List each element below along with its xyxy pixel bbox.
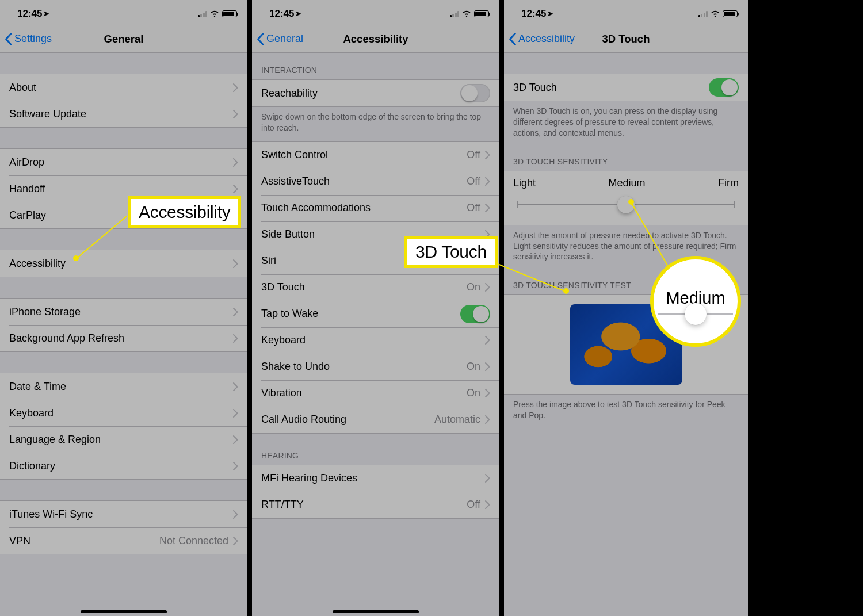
row-label: About xyxy=(9,82,233,94)
section-header-interaction: INTERACTION xyxy=(252,53,499,79)
row-label: Dictionary xyxy=(9,460,233,472)
row-detail: Off xyxy=(467,499,480,511)
row-vpn[interactable]: VPNNot Connected xyxy=(0,527,247,554)
row-reachability[interactable]: Reachability xyxy=(252,80,499,106)
row-label: Touch Accommodations xyxy=(261,202,467,214)
chevron-right-icon xyxy=(233,110,238,118)
chevron-right-icon xyxy=(233,382,238,391)
section-header-hearing: HEARING xyxy=(252,434,499,465)
row-tap-to-wake[interactable]: Tap to Wake xyxy=(252,301,499,327)
row-shake-to-undo[interactable]: Shake to UndoOn xyxy=(252,354,499,380)
wifi-icon xyxy=(711,8,720,20)
slider-label-firm: Firm xyxy=(718,177,739,189)
row-label: MFi Hearing Devices xyxy=(261,472,485,484)
row-label: RTT/TTY xyxy=(261,499,467,511)
home-indicator[interactable] xyxy=(81,610,167,613)
row-keyboard[interactable]: Keyboard xyxy=(0,400,247,426)
status-bar: 12:45➤ xyxy=(0,0,247,25)
chevron-right-icon xyxy=(485,151,490,159)
row-rtt-tty[interactable]: RTT/TTYOff xyxy=(252,492,499,518)
row-label: iTunes Wi-Fi Sync xyxy=(9,508,233,521)
status-bar: 12:45➤ xyxy=(504,0,748,25)
chevron-left-icon xyxy=(509,33,517,45)
status-time: 12:45 xyxy=(269,8,294,19)
row-label: Shake to Undo xyxy=(261,361,467,373)
cellular-icon xyxy=(698,10,708,17)
row-detail: On xyxy=(467,387,480,399)
chevron-left-icon xyxy=(5,33,13,45)
toggle-reachability[interactable] xyxy=(460,84,490,102)
sensitivity-slider-container: Light Medium Firm xyxy=(504,171,748,225)
chevron-right-icon xyxy=(485,415,490,424)
row-vibration[interactable]: VibrationOn xyxy=(252,380,499,407)
back-button[interactable]: General xyxy=(257,33,303,45)
location-icon: ➤ xyxy=(295,9,301,18)
row-detail: Not Connected xyxy=(159,535,228,547)
row-keyboard[interactable]: Keyboard xyxy=(252,327,499,354)
chevron-right-icon xyxy=(485,204,490,212)
row-detail: On xyxy=(467,361,480,373)
row-date-time[interactable]: Date & Time xyxy=(0,373,247,400)
row-iphone-storage[interactable]: iPhone Storage xyxy=(0,299,247,325)
chevron-left-icon xyxy=(257,33,265,45)
toggle[interactable] xyxy=(460,305,490,323)
row-detail: Off xyxy=(467,175,480,188)
home-indicator[interactable] xyxy=(333,610,419,613)
chevron-right-icon xyxy=(485,336,490,345)
row-itunes-wi-fi-sync[interactable]: iTunes Wi-Fi Sync xyxy=(0,501,247,527)
row-label: iPhone Storage xyxy=(9,306,233,318)
callout-accessibility: Accessibility xyxy=(128,196,241,228)
row-assistivetouch[interactable]: AssistiveTouchOff xyxy=(252,169,499,195)
chevron-right-icon xyxy=(233,185,238,193)
row-about[interactable]: About xyxy=(0,74,247,101)
footer-3dtouch: When 3D Touch is on, you can press on th… xyxy=(504,101,748,147)
row-label: Switch Control xyxy=(261,149,467,161)
cellular-icon xyxy=(450,10,460,17)
row-label: Call Audio Routing xyxy=(261,414,434,426)
row-call-audio-routing[interactable]: Call Audio RoutingAutomatic xyxy=(252,407,499,433)
row-mfi-hearing-devices[interactable]: MFi Hearing Devices xyxy=(252,465,499,492)
nav-bar: General Accessibility xyxy=(252,25,499,53)
back-button[interactable]: Accessibility xyxy=(509,33,575,45)
row-accessibility[interactable]: Accessibility xyxy=(0,250,247,277)
footer-test: Press the image above to test 3D Touch s… xyxy=(504,395,748,429)
row-switch-control[interactable]: Switch ControlOff xyxy=(252,142,499,169)
slider-label-medium: Medium xyxy=(609,177,646,189)
chevron-right-icon xyxy=(485,177,490,186)
row-label: Handoff xyxy=(9,183,233,195)
row-detail: Off xyxy=(467,149,480,161)
row-touch-accommodations[interactable]: Touch AccommodationsOff xyxy=(252,195,499,221)
row-detail: Automatic xyxy=(434,414,480,426)
callout-medium-zoom: Medium xyxy=(650,256,741,347)
section-header-sensitivity: 3D TOUCH SENSITIVITY xyxy=(504,147,748,171)
back-label: Accessibility xyxy=(518,33,575,45)
row-detail: Off xyxy=(467,202,480,214)
row-label: AssistiveTouch xyxy=(261,175,467,188)
row-3d-touch[interactable]: 3D TouchOn xyxy=(252,274,499,301)
battery-icon xyxy=(723,10,738,17)
row-background-app-refresh[interactable]: Background App Refresh xyxy=(0,325,247,351)
row-software-update[interactable]: Software Update xyxy=(0,101,247,127)
row-label: 3D Touch xyxy=(513,82,709,94)
row-label: Software Update xyxy=(9,108,233,120)
cellular-icon xyxy=(198,10,208,17)
row-label: 3D Touch xyxy=(261,281,467,293)
row-label: Reachability xyxy=(261,87,460,100)
row-dictionary[interactable]: Dictionary xyxy=(0,453,247,479)
row-label: Accessibility xyxy=(9,258,233,270)
row-airdrop[interactable]: AirDrop xyxy=(0,149,247,175)
chevron-right-icon xyxy=(233,537,238,545)
back-button[interactable]: Settings xyxy=(5,33,52,45)
chevron-right-icon xyxy=(233,334,238,343)
status-time: 12:45 xyxy=(521,8,546,19)
chevron-right-icon xyxy=(485,474,490,483)
zoom-slider xyxy=(658,313,733,315)
chevron-right-icon xyxy=(233,510,238,519)
row-3dtouch-toggle[interactable]: 3D Touch xyxy=(504,74,748,101)
row-language-region[interactable]: Language & Region xyxy=(0,426,247,453)
status-bar: 12:45➤ xyxy=(252,0,499,25)
sensitivity-slider[interactable] xyxy=(517,196,735,213)
row-label: Keyboard xyxy=(9,407,233,419)
toggle-3dtouch[interactable] xyxy=(709,78,739,97)
chevron-right-icon xyxy=(233,83,238,92)
